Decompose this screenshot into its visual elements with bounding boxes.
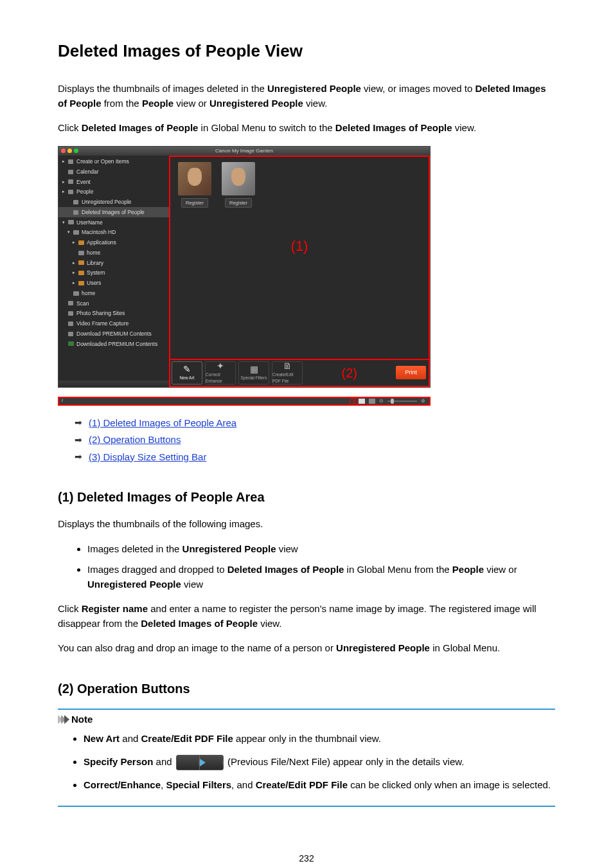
sidebar-item[interactable]: ▸People [58, 187, 169, 197]
gen-icon [67, 311, 74, 316]
sidebar-item-label: Scan [76, 300, 89, 308]
sidebar-item[interactable]: home [58, 288, 169, 298]
sidebar-item[interactable]: Unregistered People [58, 197, 169, 208]
list-item: Images dragged and dropped to Deleted Im… [87, 563, 555, 592]
gen-icon [67, 331, 74, 336]
print-button[interactable]: Print [396, 366, 426, 380]
zoom-out-icon[interactable]: ⊖ [379, 397, 384, 405]
sidebar-item-label: Create or Open Items [76, 158, 129, 166]
zoom-in-icon[interactable]: ⊕ [421, 397, 425, 405]
callout-3: (3) [349, 395, 359, 407]
section-1-heading: (1) Deleted Images of People Area [58, 487, 555, 507]
anchor-link-row: ➡ (3) Display Size Setting Bar [58, 450, 555, 465]
caret-icon: ▾ [62, 219, 66, 226]
sidebar-item[interactable]: ▾Macintosh HD [58, 228, 169, 238]
sidebar-item[interactable]: ▸Create or Open Items [58, 157, 169, 167]
sidebar-item-label: Unregistered People [82, 198, 132, 206]
operation-buttons-bar: ✎New Art ✦Correct/ Enhance ▦Special Filt… [169, 359, 430, 387]
thumbnail-view-icon[interactable] [359, 399, 365, 404]
sidebar: ▸Create or Open ItemsCalendar▸Event▸Peop… [58, 156, 169, 350]
list-item: New Art and Create/Edit PDF File appear … [84, 730, 555, 747]
caret-icon: ▸ [73, 280, 76, 287]
gen-icon [67, 169, 74, 174]
caret-icon: ▾ [67, 229, 71, 236]
person-thumb[interactable]: Register [175, 162, 214, 208]
arrow-left-icon [177, 759, 199, 766]
gen-icon [67, 301, 74, 306]
sidebar-item[interactable]: home [58, 248, 169, 258]
app-screenshot: Canon My Image Garden ▸Create or Open It… [58, 146, 431, 388]
section-2-heading: (2) Operation Buttons [58, 679, 555, 698]
link-area-3[interactable]: (3) Display Size Setting Bar [89, 450, 206, 465]
pdf-icon: 🗎 [283, 361, 292, 370]
sidebar-item[interactable]: Downloaded PREMIUM Contents [58, 339, 169, 349]
next-file-button[interactable] [200, 755, 223, 770]
folder-icon [78, 271, 84, 276]
info-icon: i [62, 397, 63, 404]
sidebar-item-label: Download PREMIUM Contents [76, 330, 152, 338]
section-1-p4: You can also drag and drop an image to t… [58, 641, 555, 656]
anchor-link-row: ➡ (1) Deleted Images of People Area [58, 416, 555, 431]
sidebar-item-label: System [87, 269, 105, 277]
folder-icon [78, 260, 84, 266]
new-art-icon: ✎ [183, 365, 191, 374]
sidebar-item-label: Video Frame Capture [76, 320, 129, 328]
caret-icon: ▸ [62, 158, 66, 165]
sidebar-item[interactable]: ▸Applications [58, 238, 169, 248]
sidebar-item-label: Downloaded PREMIUM Contents [76, 340, 157, 348]
special-filters-button[interactable]: ▦Special Filters [238, 361, 269, 384]
sidebar-item[interactable]: ▾UserName [58, 217, 169, 228]
sidebar-item[interactable]: ▸Library [58, 258, 169, 268]
register-button[interactable]: Register [181, 198, 208, 208]
arrow-right-icon [200, 759, 223, 766]
intro-para-1: Displays the thumbnails of images delete… [58, 82, 555, 111]
person-thumb[interactable]: Register [219, 162, 258, 208]
correct-enhance-button[interactable]: ✦Correct/ Enhance [205, 361, 236, 384]
section-1-lead: Displays the thumbnails of the following… [58, 517, 555, 532]
anchor-link-row: ➡ (2) Operation Buttons [58, 433, 555, 448]
arrow-right-icon: ➡ [75, 416, 82, 429]
sidebar-item[interactable]: Download PREMIUM Contents [58, 329, 169, 339]
computer-icon [78, 250, 84, 255]
sidebar-item[interactable]: ▸Users [58, 278, 169, 289]
computer-icon [67, 220, 74, 225]
enhance-icon: ✦ [217, 361, 224, 370]
sidebar-item-label: Library [87, 259, 103, 267]
prev-file-button[interactable] [177, 755, 200, 770]
new-art-button[interactable]: ✎New Art [172, 361, 202, 384]
details-view-icon[interactable] [369, 399, 375, 404]
link-area-1[interactable]: (1) Deleted Images of People Area [89, 416, 236, 431]
note-box: Note New Art and Create/Edit PDF File ap… [58, 709, 555, 808]
sidebar-item[interactable]: ▸System [58, 268, 169, 278]
create-edit-pdf-button[interactable]: 🗎Create/Edit PDF File [272, 361, 303, 384]
zoom-slider[interactable] [387, 401, 417, 402]
link-area-2[interactable]: (2) Operation Buttons [89, 433, 181, 448]
register-button[interactable]: Register [225, 198, 252, 208]
gen-icon [67, 159, 74, 164]
sidebar-item-label: Applications [87, 239, 116, 247]
page-title: Deleted Images of People View [58, 39, 555, 64]
sidebar-item[interactable]: ▸Event [58, 177, 169, 187]
gen-icon [73, 199, 79, 204]
deleted-images-area: Register Register (1) [169, 156, 430, 360]
folder-icon [78, 240, 84, 245]
note-label: Note [71, 712, 93, 727]
arrow-right-icon: ➡ [75, 433, 82, 447]
sidebar-item-label: Event [76, 178, 91, 186]
sidebar-item[interactable]: Calendar [58, 167, 169, 177]
filters-icon: ▦ [250, 365, 258, 374]
minimize-icon [67, 149, 72, 153]
gen-icon [67, 321, 74, 326]
sidebar-item[interactable]: Photo Sharing Sites [58, 309, 169, 319]
app-title: Canon My Image Garden [215, 147, 273, 155]
prev-next-file-buttons [176, 755, 224, 770]
callout-2: (2) [342, 363, 357, 383]
caret-icon: ▸ [73, 269, 76, 276]
sidebar-item[interactable]: Scan [58, 298, 169, 309]
sidebar-item[interactable]: Deleted Images of People [58, 207, 169, 217]
sidebar-item-label: home [82, 289, 95, 298]
caret-icon: ▸ [73, 260, 76, 267]
sidebar-item-label: Users [87, 279, 101, 287]
list-item: Images deleted in the Unregistered Peopl… [87, 542, 555, 557]
sidebar-item[interactable]: Video Frame Capture [58, 319, 169, 329]
